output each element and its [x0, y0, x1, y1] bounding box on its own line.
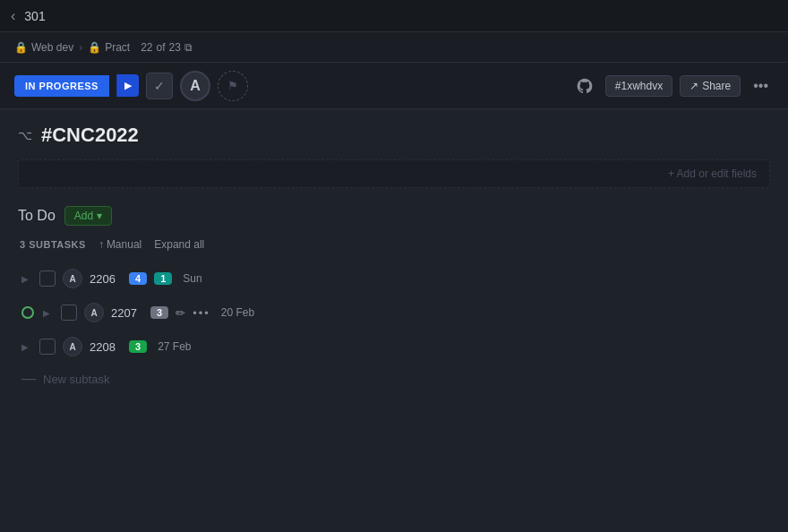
breadcrumb: 🔒 Web dev › 🔒 Pract 22 of 23 ⧉: [0, 32, 788, 63]
lock-icon: 🔒: [14, 41, 28, 54]
task-badge-1: 4: [129, 272, 147, 285]
task-id: 2206: [90, 272, 122, 286]
count-current: 22: [141, 41, 152, 54]
task-checkbox[interactable]: [39, 270, 56, 287]
section-title: To Do: [18, 208, 56, 224]
share-label: Share: [702, 80, 731, 92]
count-total: 23: [169, 41, 181, 54]
subtask-name: Pract: [105, 41, 130, 54]
share-button[interactable]: ↗ Share: [680, 75, 741, 97]
flag-icon: ⚑: [227, 79, 238, 92]
check-button[interactable]: ✓: [146, 73, 173, 99]
sort-button[interactable]: ↑ Manual: [98, 238, 141, 251]
tag-badge[interactable]: #1xwhdvx: [605, 75, 672, 97]
check-icon: ✓: [154, 79, 165, 93]
expand-all-button[interactable]: Expand all: [154, 238, 204, 251]
subtasks-count: 3 SUBTASKS: [20, 239, 86, 250]
flag-button[interactable]: ⚑: [218, 71, 248, 101]
add-label: Add: [74, 210, 93, 222]
breadcrumb-separator: ›: [79, 41, 82, 54]
task-date: Sun: [183, 272, 201, 285]
status-dropdown-button[interactable]: ▶: [116, 74, 139, 97]
task-link-icon: ⌥: [18, 128, 32, 142]
back-button[interactable]: ‹: [11, 8, 15, 24]
progress-indicator: [21, 306, 34, 319]
task-row[interactable]: ▶ A 2208 3 27 Feb: [18, 330, 770, 364]
new-subtask-icon: —: [21, 371, 36, 387]
share-icon: ↗: [690, 80, 698, 92]
lock-icon-2: 🔒: [88, 41, 101, 54]
count-of: of: [157, 41, 166, 54]
task-checkbox[interactable]: [39, 339, 56, 355]
task-avatar: A: [84, 303, 104, 322]
title-bar: ‹ 301: [0, 0, 788, 32]
task-badge-2: 1: [154, 272, 172, 285]
task-date: 27 Feb: [158, 340, 191, 353]
task-row[interactable]: ▶ A 2207 3 ✏ ••• 20 Feb: [18, 296, 770, 330]
task-badge-1: 3: [129, 340, 147, 353]
status-button[interactable]: IN PROGRESS: [14, 75, 109, 97]
new-subtask-row[interactable]: — New subtask: [18, 364, 770, 394]
more-options-button[interactable]: •••: [748, 74, 774, 98]
avatar-letter: A: [190, 78, 201, 94]
expand-arrow-icon[interactable]: ▶: [43, 308, 54, 318]
add-subtask-button[interactable]: Add ▾: [64, 206, 112, 226]
toolbar: IN PROGRESS ▶ ✓ A ⚑ #1xwhdvx ↗ Share •••: [0, 63, 788, 109]
edit-icon: ✏: [176, 306, 185, 320]
content-area: ⌥ #CNC2022 + Add or edit fields To Do Ad…: [0, 109, 788, 408]
project-name: Web dev: [31, 41, 73, 54]
add-fields-bar[interactable]: + Add or edit fields: [18, 159, 770, 188]
subtasks-meta: 3 SUBTASKS ↑ Manual Expand all: [18, 238, 770, 251]
task-title: #CNC2022: [41, 124, 139, 147]
breadcrumb-count: 22 of 23 ⧉: [141, 41, 193, 54]
sort-arrow-icon: ↑: [98, 238, 104, 251]
assignee-avatar[interactable]: A: [180, 71, 210, 101]
github-button[interactable]: [571, 73, 598, 99]
sort-label: Manual: [107, 238, 141, 251]
todo-section-header: To Do Add ▾: [18, 206, 770, 226]
breadcrumb-subtask[interactable]: 🔒 Pract: [88, 41, 130, 54]
task-title-row: ⌥ #CNC2022: [18, 124, 770, 147]
task-date: 20 Feb: [221, 306, 254, 319]
add-dropdown-icon: ▾: [97, 210, 102, 222]
breadcrumb-project[interactable]: 🔒 Web dev: [14, 41, 73, 54]
expand-arrow-icon[interactable]: ▶: [21, 342, 32, 352]
task-checkbox[interactable]: [61, 305, 77, 321]
expand-arrow-icon[interactable]: ▶: [21, 274, 32, 284]
task-row[interactable]: ▶ A 2206 4 1 Sun: [18, 262, 770, 296]
new-subtask-label: New subtask: [43, 373, 109, 386]
task-number: 301: [24, 9, 45, 23]
copy-button[interactable]: ⧉: [184, 41, 193, 54]
task-badge-1: 3: [150, 306, 168, 319]
task-id: 2208: [90, 340, 122, 354]
task-avatar: A: [63, 269, 82, 288]
task-id: 2207: [111, 306, 143, 320]
more-options-icon[interactable]: •••: [193, 306, 210, 320]
task-avatar: A: [63, 337, 82, 356]
